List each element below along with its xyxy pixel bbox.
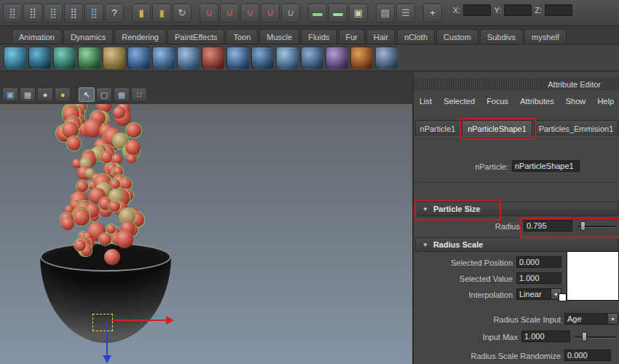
shelf-tab-fur[interactable]: Fur xyxy=(339,29,366,44)
goal-weights-icon[interactable] xyxy=(226,47,249,69)
select-mask-hierarchy-icon[interactable]: ⣿ xyxy=(3,4,22,23)
lock-icon[interactable]: ▮ xyxy=(132,4,151,23)
move-x-arrow-icon[interactable] xyxy=(166,316,174,325)
shelf-tab-muscle[interactable]: Muscle xyxy=(259,29,299,44)
wireframe-display-icon[interactable]: ▦ xyxy=(20,87,36,102)
select-mask-components-icon[interactable]: ⣿ xyxy=(44,4,63,23)
select-tool-icon[interactable]: ↖ xyxy=(79,87,95,102)
interpolation-dropdown[interactable]: Linear ▼ xyxy=(516,288,561,300)
attribute-editor-tabs: nParticle1nParticleShape1Particles_Emmis… xyxy=(415,117,618,137)
construction-history-icon[interactable]: ↻ xyxy=(173,4,192,23)
particle-collision-icon[interactable] xyxy=(177,47,200,69)
slope-effect-icon[interactable] xyxy=(375,47,398,69)
keyframe-lock-icon[interactable]: ▮ xyxy=(152,4,171,23)
radius-scale-randomize-input[interactable] xyxy=(564,349,611,361)
shelf-tab-toon[interactable]: Toon xyxy=(226,29,258,44)
ae-tab-nparticleshape1[interactable]: nParticleShape1 xyxy=(462,120,532,136)
fill-object-icon[interactable] xyxy=(78,47,100,69)
script-editor-icon[interactable]: ☰ xyxy=(396,4,415,23)
air-field-icon[interactable] xyxy=(276,47,299,69)
grid-display-icon[interactable]: ▦ xyxy=(114,87,130,102)
radius-slider-handle[interactable] xyxy=(580,221,586,231)
spring-icon[interactable] xyxy=(251,47,274,69)
shelf-tab-myshelf[interactable]: myshelf xyxy=(524,29,567,44)
shelf-tab-hair[interactable]: Hair xyxy=(366,29,395,44)
render-view-icon[interactable]: ▬ xyxy=(308,4,327,23)
attribute-editor-titlebar[interactable]: Attribute Editor xyxy=(414,78,619,90)
rigid-body-icon[interactable]: ⣿ xyxy=(84,4,103,23)
selected-value-input[interactable] xyxy=(516,272,561,284)
ipr-render-icon[interactable]: ▬ xyxy=(328,4,347,23)
input-max-input[interactable] xyxy=(521,331,570,342)
move-y-arrow-icon[interactable] xyxy=(103,355,111,363)
make-live-icon[interactable]: ∪ xyxy=(281,4,300,23)
ae-tab-particles-emmision1[interactable]: Particles_Emmision1 xyxy=(534,120,618,136)
radius-scale-input-dropdown[interactable]: Age ▼ xyxy=(564,313,618,325)
ae-menu-show[interactable]: Show xyxy=(566,97,586,106)
particle-sphere xyxy=(127,154,136,164)
share-nodes-icon[interactable]: ∷ xyxy=(131,87,147,102)
smooth-shade-icon[interactable]: ● xyxy=(37,87,53,102)
shelf-tab-rendering[interactable]: Rendering xyxy=(114,29,166,44)
lattice-deform-icon[interactable]: ⣿ xyxy=(64,4,83,23)
layout-single-pane-icon[interactable]: ▣ xyxy=(2,87,18,102)
nparticle-name-input[interactable] xyxy=(512,160,580,172)
coord-y-input[interactable] xyxy=(504,4,532,16)
shelf-tab-ncloth[interactable]: nCloth xyxy=(397,29,435,44)
ae-tab-nparticle1[interactable]: nParticle1 xyxy=(415,120,460,136)
isolate-select-icon[interactable]: ▢ xyxy=(96,87,112,102)
textured-display-icon[interactable]: ● xyxy=(55,87,71,102)
coord-x-input[interactable] xyxy=(463,4,491,16)
render-settings-icon[interactable]: ▣ xyxy=(349,4,368,23)
shelf-tab-animation[interactable]: Animation xyxy=(12,29,62,44)
paint-effects-panel-icon[interactable]: ▤ xyxy=(376,4,395,23)
selected-position-input[interactable] xyxy=(516,256,561,268)
ae-menu-attributes[interactable]: Attributes xyxy=(520,97,553,106)
radius-scale-section-title: Radius Scale xyxy=(433,240,483,249)
ae-menu-list[interactable]: List xyxy=(419,97,432,106)
snap-to-curve-icon[interactable]: ∪ xyxy=(220,4,239,23)
snap-to-grid-icon[interactable]: ∪ xyxy=(200,4,218,23)
crosshair-icon[interactable]: + xyxy=(423,4,442,23)
curve-flow-icon[interactable] xyxy=(127,47,150,69)
ramp-preview[interactable] xyxy=(567,251,619,301)
move-x-handle[interactable] xyxy=(111,320,167,321)
volcano-effect-icon[interactable] xyxy=(350,47,373,69)
snap-to-point-icon[interactable]: ∪ xyxy=(240,4,259,23)
separator xyxy=(193,4,198,22)
radius-input[interactable] xyxy=(524,220,572,232)
help-icon[interactable]: ? xyxy=(105,4,124,23)
coord-z-input[interactable] xyxy=(545,4,572,16)
particle-size-section-header[interactable]: ▼ Particle Size xyxy=(415,202,618,216)
ramp-handle[interactable] xyxy=(559,293,567,301)
collapse-arrow-icon[interactable]: ▼ xyxy=(422,242,428,248)
select-mask-objects-icon[interactable]: ⣿ xyxy=(23,4,42,23)
shelf-tab-painteffects[interactable]: PaintEffects xyxy=(167,29,225,44)
viewport-canvas[interactable] xyxy=(0,104,412,364)
shelf-tab-dynamics[interactable]: Dynamics xyxy=(63,29,113,44)
selected-value-label: Selected Value xyxy=(414,273,513,285)
ae-menu-focus[interactable]: Focus xyxy=(486,97,508,106)
nparticle-tool-icon[interactable] xyxy=(28,47,51,69)
goal-cylinder-icon[interactable] xyxy=(103,47,125,69)
shelf-tab-subdivs[interactable]: Subdivs xyxy=(480,29,523,44)
ae-menu-selected[interactable]: Selected xyxy=(443,97,475,106)
input-max-slider-handle[interactable] xyxy=(582,332,587,341)
collapse-arrow-icon[interactable]: ▼ xyxy=(422,206,428,213)
snap-to-view-plane-icon[interactable]: ∪ xyxy=(261,4,280,23)
shelf-tab-fluids[interactable]: Fluids xyxy=(301,29,336,44)
ae-menu-help[interactable]: Help xyxy=(597,97,614,106)
gravity-field-icon[interactable] xyxy=(301,47,323,69)
radius-scale-section-header[interactable]: ▼ Radius Scale xyxy=(415,237,618,252)
emit-from-object-icon[interactable] xyxy=(53,47,76,69)
input-max-slider[interactable] xyxy=(575,336,616,338)
shelf-tab-custom[interactable]: Custom xyxy=(436,29,478,44)
panel-grip-icon[interactable] xyxy=(419,81,542,87)
shelf-icon-bar xyxy=(0,45,619,71)
surface-flow-icon[interactable] xyxy=(152,47,175,69)
radius-slider[interactable] xyxy=(577,226,616,227)
create-nparticle-icon[interactable] xyxy=(4,47,26,69)
chevron-down-icon[interactable]: ▼ xyxy=(607,314,618,324)
particle-instancer-icon[interactable] xyxy=(326,47,348,69)
detach-emitter-icon[interactable] xyxy=(202,47,224,69)
